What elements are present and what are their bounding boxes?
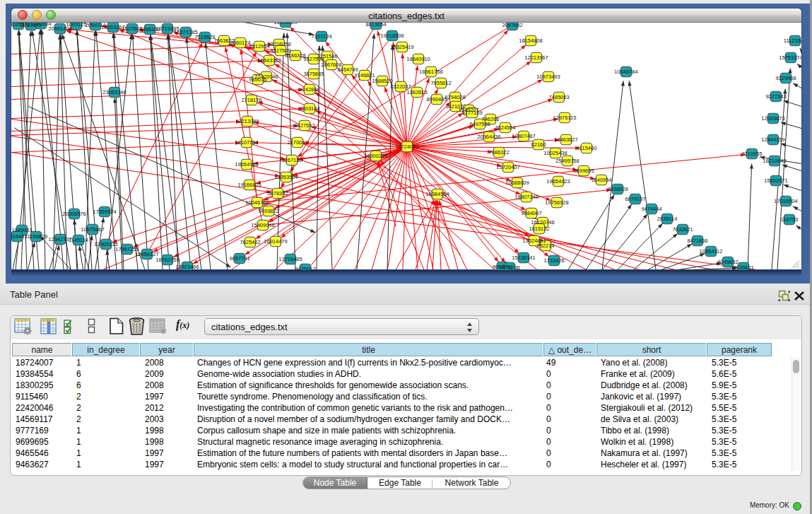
svg-text:12093873: 12093873 bbox=[761, 115, 784, 121]
svg-text:7625402: 7625402 bbox=[240, 238, 260, 245]
svg-text:16033809: 16033809 bbox=[273, 23, 297, 25]
svg-text:7485063: 7485063 bbox=[548, 93, 569, 100]
svg-text:18300295: 18300295 bbox=[364, 152, 387, 158]
svg-text:9242848: 9242848 bbox=[299, 86, 319, 92]
svg-text:6794028: 6794028 bbox=[445, 93, 465, 100]
svg-text:7632621: 7632621 bbox=[672, 226, 693, 232]
svg-text:1588520: 1588520 bbox=[372, 77, 392, 83]
svg-text:18724007: 18724007 bbox=[395, 143, 418, 149]
svg-text:11123344: 11123344 bbox=[784, 37, 801, 43]
svg-text:2170041: 2170041 bbox=[287, 139, 307, 145]
svg-text:12923466: 12923466 bbox=[175, 263, 199, 269]
svg-text:12905135: 12905135 bbox=[94, 240, 117, 247]
svg-text:9474444: 9474444 bbox=[641, 205, 661, 211]
svg-text:116753: 116753 bbox=[781, 216, 798, 222]
svg-text:16914479: 16914479 bbox=[264, 238, 287, 244]
svg-text:18463627: 18463627 bbox=[554, 136, 577, 142]
svg-text:9435621: 9435621 bbox=[733, 264, 753, 270]
svg-text:1733426: 1733426 bbox=[543, 257, 564, 263]
svg-text:8813054: 8813054 bbox=[365, 23, 386, 28]
svg-text:16543362: 16543362 bbox=[257, 57, 281, 63]
svg-text:15720407: 15720407 bbox=[496, 163, 519, 170]
svg-text:9115460: 9115460 bbox=[577, 144, 597, 151]
svg-text:9777169: 9777169 bbox=[461, 109, 482, 115]
svg-text:10973493: 10973493 bbox=[536, 73, 560, 79]
svg-text:9699695: 9699695 bbox=[573, 167, 594, 173]
svg-text:10654112: 10654112 bbox=[700, 247, 723, 254]
svg-text:8990445: 8990445 bbox=[426, 95, 447, 102]
svg-text:7986322: 7986322 bbox=[488, 148, 509, 155]
svg-text:17016504: 17016504 bbox=[774, 197, 797, 204]
svg-text:3624554: 3624554 bbox=[495, 124, 515, 130]
svg-text:2935114: 2935114 bbox=[657, 215, 678, 221]
svg-text:12444159: 12444159 bbox=[761, 136, 784, 142]
svg-text:8427552: 8427552 bbox=[294, 122, 314, 128]
svg-text:23226058: 23226058 bbox=[267, 40, 290, 47]
svg-text:23053346: 23053346 bbox=[102, 88, 126, 95]
svg-text:18107554: 18107554 bbox=[235, 139, 258, 145]
svg-text:19756928: 19756928 bbox=[545, 199, 568, 205]
svg-text:10688609: 10688609 bbox=[505, 179, 529, 185]
svg-text:12213967: 12213967 bbox=[524, 54, 548, 60]
svg-text:16782759: 16782759 bbox=[155, 256, 179, 262]
svg-text:5878332: 5878332 bbox=[267, 189, 288, 196]
svg-text:10046766: 10046766 bbox=[245, 199, 269, 205]
svg-text:19654985: 19654985 bbox=[235, 160, 258, 167]
svg-text:989015: 989015 bbox=[249, 76, 266, 82]
svg-text:9329966: 9329966 bbox=[775, 74, 796, 81]
svg-text:1003125: 1003125 bbox=[66, 23, 86, 28]
svg-text:18640910: 18640910 bbox=[406, 55, 430, 62]
svg-text:9084067: 9084067 bbox=[521, 209, 541, 216]
svg-text:19218506: 19218506 bbox=[380, 32, 404, 38]
svg-text:12975115: 12975115 bbox=[553, 114, 577, 120]
svg-text:8912954: 8912954 bbox=[249, 42, 269, 49]
svg-text:2087682: 2087682 bbox=[502, 23, 522, 28]
svg-text:10025438: 10025438 bbox=[543, 149, 567, 156]
svg-text:9425012: 9425012 bbox=[295, 265, 315, 270]
svg-text:1362615: 1362615 bbox=[406, 88, 427, 95]
svg-text:3675685: 3675685 bbox=[303, 70, 324, 76]
svg-text:7515526: 7515526 bbox=[194, 33, 215, 40]
svg-text:16210643: 16210643 bbox=[763, 157, 786, 163]
svg-text:1145114: 1145114 bbox=[69, 236, 88, 243]
svg-text:7357224: 7357224 bbox=[311, 33, 331, 39]
svg-text:9227343: 9227343 bbox=[765, 93, 786, 99]
svg-text:7955812: 7955812 bbox=[430, 79, 451, 86]
svg-text:15409948: 15409948 bbox=[251, 221, 274, 228]
svg-text:18807249: 18807249 bbox=[514, 193, 538, 199]
svg-text:8186328: 8186328 bbox=[285, 52, 305, 58]
svg-text:16961758: 16961758 bbox=[419, 68, 442, 74]
svg-text:13325419: 13325419 bbox=[390, 43, 413, 49]
svg-text:11156829: 11156829 bbox=[25, 233, 47, 239]
svg-text:19166825: 19166825 bbox=[237, 181, 261, 187]
svg-text:1815132: 1815132 bbox=[529, 225, 549, 231]
svg-text:8660124: 8660124 bbox=[230, 39, 250, 45]
svg-text:16154808: 16154808 bbox=[519, 37, 542, 43]
svg-text:20364436: 20364436 bbox=[477, 133, 500, 139]
svg-text:3215955: 3215955 bbox=[741, 150, 762, 156]
svg-text:13716485: 13716485 bbox=[278, 255, 302, 262]
svg-text:15692971: 15692971 bbox=[764, 177, 787, 183]
svg-text:10807487: 10807487 bbox=[512, 132, 535, 139]
svg-text:13353594: 13353594 bbox=[274, 173, 298, 180]
svg-text:3267130: 3267130 bbox=[281, 156, 302, 163]
svg-text:8938928: 8938928 bbox=[607, 185, 628, 192]
svg-text:2803144: 2803144 bbox=[299, 105, 319, 111]
svg-text:6879197: 6879197 bbox=[625, 195, 645, 201]
svg-text:19654923: 19654923 bbox=[546, 177, 570, 184]
svg-text:15751074: 15751074 bbox=[779, 54, 801, 60]
svg-text:62160: 62160 bbox=[531, 141, 546, 147]
svg-text:10648784: 10648784 bbox=[614, 68, 637, 74]
svg-text:10975867: 10975867 bbox=[81, 226, 104, 232]
svg-text:2718176: 2718176 bbox=[241, 96, 261, 103]
svg-text:9471236: 9471236 bbox=[499, 264, 519, 270]
svg-text:12213389: 12213389 bbox=[235, 117, 259, 124]
svg-text:25495758: 25495758 bbox=[555, 157, 579, 163]
svg-text:9857791: 9857791 bbox=[229, 255, 249, 261]
svg-text:15136141: 15136141 bbox=[512, 254, 535, 260]
svg-text:8471636: 8471636 bbox=[687, 237, 707, 243]
svg-text:252214: 252214 bbox=[536, 242, 554, 248]
svg-text:17359924: 17359924 bbox=[93, 208, 116, 214]
svg-text:1845061: 1845061 bbox=[11, 226, 32, 233]
svg-text:19384554: 19384554 bbox=[425, 190, 449, 197]
